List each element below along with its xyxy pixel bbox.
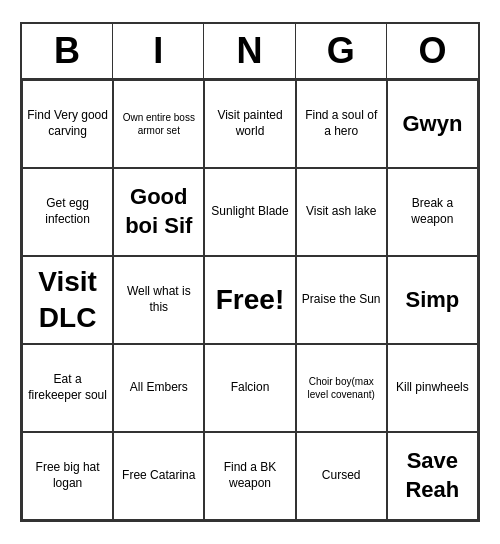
bingo-cell-17: Falcion (204, 344, 295, 432)
bingo-cell-18: Choir boy(max level covenant) (296, 344, 387, 432)
bingo-grid: Find Very good carvingOwn entire boss ar… (22, 80, 478, 520)
cell-text-24: Save Reah (392, 447, 473, 504)
bingo-cell-2: Visit painted world (204, 80, 295, 168)
bingo-cell-5: Get egg infection (22, 168, 113, 256)
header-letter-n: N (204, 24, 295, 78)
header-letter-b: B (22, 24, 113, 78)
bingo-cell-7: Sunlight Blade (204, 168, 295, 256)
bingo-cell-14: Simp (387, 256, 478, 344)
cell-text-20: Free big hat logan (27, 460, 108, 491)
bingo-cell-13: Praise the Sun (296, 256, 387, 344)
bingo-cell-23: Cursed (296, 432, 387, 520)
header-letter-i: I (113, 24, 204, 78)
bingo-card: BINGO Find Very good carvingOwn entire b… (20, 22, 480, 522)
cell-text-21: Free Catarina (122, 468, 195, 484)
cell-text-0: Find Very good carving (27, 108, 108, 139)
cell-text-19: Kill pinwheels (396, 380, 469, 396)
bingo-cell-0: Find Very good carving (22, 80, 113, 168)
cell-text-22: Find a BK weapon (209, 460, 290, 491)
cell-text-16: All Embers (130, 380, 188, 396)
cell-text-17: Falcion (231, 380, 270, 396)
cell-text-14: Simp (405, 286, 459, 315)
cell-text-10: Visit DLC (27, 264, 108, 337)
cell-text-4: Gwyn (402, 110, 462, 139)
bingo-cell-4: Gwyn (387, 80, 478, 168)
cell-text-18: Choir boy(max level covenant) (301, 375, 382, 401)
cell-text-5: Get egg infection (27, 196, 108, 227)
header-letter-o: O (387, 24, 478, 78)
cell-text-9: Break a weapon (392, 196, 473, 227)
bingo-cell-22: Find a BK weapon (204, 432, 295, 520)
bingo-cell-11: Well what is this (113, 256, 204, 344)
bingo-cell-9: Break a weapon (387, 168, 478, 256)
cell-text-1: Own entire boss armor set (118, 111, 199, 137)
cell-text-8: Visit ash lake (306, 204, 376, 220)
bingo-cell-3: Find a soul of a hero (296, 80, 387, 168)
bingo-cell-24: Save Reah (387, 432, 478, 520)
bingo-cell-15: Eat a firekeeper soul (22, 344, 113, 432)
bingo-cell-8: Visit ash lake (296, 168, 387, 256)
cell-text-13: Praise the Sun (302, 292, 381, 308)
cell-text-11: Well what is this (118, 284, 199, 315)
bingo-cell-1: Own entire boss armor set (113, 80, 204, 168)
cell-text-7: Sunlight Blade (211, 204, 288, 220)
bingo-cell-10: Visit DLC (22, 256, 113, 344)
bingo-cell-6: Good boi Sif (113, 168, 204, 256)
header-letter-g: G (296, 24, 387, 78)
bingo-cell-21: Free Catarina (113, 432, 204, 520)
cell-text-15: Eat a firekeeper soul (27, 372, 108, 403)
cell-text-3: Find a soul of a hero (301, 108, 382, 139)
cell-text-2: Visit painted world (209, 108, 290, 139)
bingo-cell-16: All Embers (113, 344, 204, 432)
cell-text-23: Cursed (322, 468, 361, 484)
bingo-cell-19: Kill pinwheels (387, 344, 478, 432)
bingo-header: BINGO (22, 24, 478, 80)
cell-text-6: Good boi Sif (118, 183, 199, 240)
cell-text-12: Free! (216, 282, 284, 318)
bingo-cell-20: Free big hat logan (22, 432, 113, 520)
bingo-cell-12: Free! (204, 256, 295, 344)
